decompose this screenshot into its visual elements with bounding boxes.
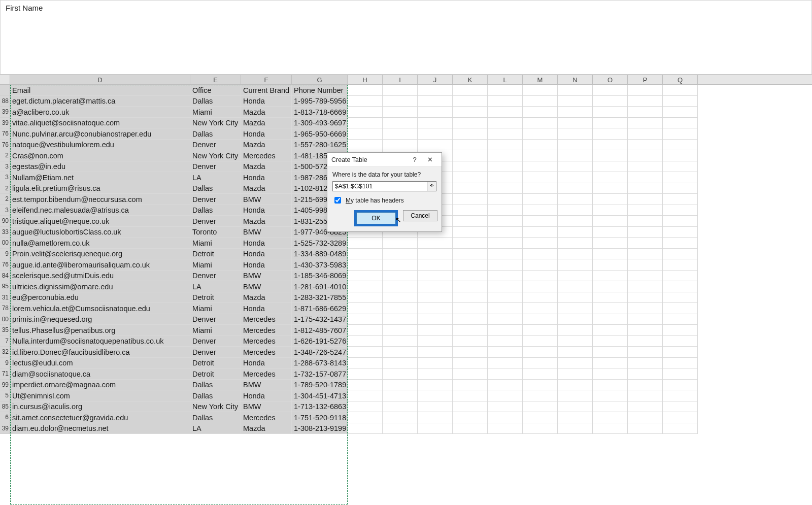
ok-button[interactable]: OK [356, 212, 396, 224]
data-cell[interactable]: Dallas [190, 205, 241, 216]
col-header-D[interactable]: D [10, 75, 190, 84]
row-number[interactable]: 85 [0, 401, 10, 413]
row-number[interactable]: 76 [0, 259, 10, 271]
row-number[interactable]: 88 [0, 96, 10, 107]
row-number[interactable]: 2 [0, 150, 10, 161]
data-cell[interactable]: id.libero.Donec@faucibusidlibero.ca [10, 347, 190, 358]
dialog-titlebar[interactable]: Create Table ? ✕ [327, 153, 442, 167]
col-header-L[interactable]: L [488, 75, 523, 84]
col-header-I[interactable]: I [383, 75, 418, 84]
data-cell[interactable]: eget.dictum.placerat@mattis.ca [10, 96, 190, 107]
data-cell[interactable]: Mazda [241, 183, 292, 194]
row-number[interactable]: 2 [0, 194, 10, 205]
data-cell[interactable]: Honda [241, 96, 292, 107]
data-cell[interactable]: New York City [190, 150, 241, 161]
data-cell[interactable]: Honda [241, 303, 292, 314]
data-cell[interactable]: 1-304-451-4713 [292, 390, 348, 401]
data-cell[interactable]: Dallas [190, 183, 241, 194]
data-cell[interactable]: in.cursus@iaculis.org [10, 401, 190, 413]
formula-bar[interactable]: First Name [0, 0, 812, 75]
row-number[interactable]: 31 [0, 292, 10, 304]
grid-body[interactable]: Email Office Current Brand Phone Number … [0, 85, 812, 504]
row-number[interactable]: 5 [0, 390, 10, 401]
headers-checkbox-row[interactable]: My table has headers [332, 194, 436, 206]
collapse-dialog-icon[interactable] [427, 181, 436, 191]
row-number[interactable]: 76 [0, 128, 10, 140]
col-header-H[interactable]: H [348, 75, 383, 84]
data-cell[interactable]: Detroit [190, 358, 241, 369]
data-cell[interactable]: Mercedes [241, 150, 292, 161]
data-cell[interactable]: Honda [241, 249, 292, 260]
data-cell[interactable]: tristique.aliquet@neque.co.uk [10, 216, 190, 227]
data-cell[interactable]: 1-309-493-9697 [292, 118, 348, 129]
data-cell[interactable]: Mazda [241, 423, 292, 434]
row-number[interactable]: 84 [0, 271, 10, 282]
data-cell[interactable]: Denver [190, 271, 241, 282]
data-cell[interactable]: Mercedes [241, 347, 292, 358]
col-header-Q[interactable]: Q [663, 75, 698, 84]
data-cell[interactable]: scelerisque.sed@utmiDuis.edu [10, 271, 190, 282]
data-cell[interactable]: Miami [190, 238, 241, 249]
data-cell[interactable]: BMW [241, 194, 292, 205]
data-cell[interactable]: BMW [241, 281, 292, 292]
row-number[interactable]: 71 [0, 368, 10, 380]
data-cell[interactable]: Mercedes [241, 368, 292, 380]
row-number[interactable]: 39 [0, 423, 10, 434]
data-cell[interactable]: Proin.velit@scelerisqueneque.org [10, 249, 190, 260]
data-cell[interactable]: Mazda [241, 140, 292, 151]
data-cell[interactable]: BMW [241, 401, 292, 413]
data-cell[interactable]: Mercedes [241, 325, 292, 336]
row-number[interactable]: 3 [0, 205, 10, 216]
row-number[interactable]: 9 [0, 358, 10, 369]
col-header-F[interactable]: F [241, 75, 292, 84]
data-cell[interactable]: 1-732-157-0877 [292, 368, 348, 380]
data-cell[interactable]: Toronto [190, 227, 241, 238]
data-cell[interactable]: Dallas [190, 390, 241, 401]
data-cell[interactable]: 1-789-520-1789 [292, 380, 348, 391]
headers-checkbox[interactable] [334, 197, 341, 204]
data-cell[interactable]: 1-334-889-0489 [292, 249, 348, 260]
data-cell[interactable]: Miami [190, 259, 241, 271]
row-number[interactable]: 39 [0, 118, 10, 129]
data-cell[interactable]: Cras@non.com [10, 150, 190, 161]
data-cell[interactable]: Denver [190, 194, 241, 205]
data-cell[interactable]: 1-288-673-8143 [292, 358, 348, 369]
data-cell[interactable]: LA [190, 172, 241, 183]
data-cell[interactable]: sit.amet.consectetuer@gravida.edu [10, 412, 190, 423]
row-number[interactable]: 33 [0, 227, 10, 238]
data-cell[interactable]: nulla@ametlorem.co.uk [10, 238, 190, 249]
data-cell[interactable]: a@aclibero.co.uk [10, 107, 190, 118]
data-cell[interactable]: Mercedes [241, 314, 292, 325]
data-cell[interactable]: Dallas [190, 412, 241, 423]
data-cell[interactable]: primis.in@nequesed.org [10, 314, 190, 325]
data-cell[interactable]: 1-965-950-6669 [292, 128, 348, 140]
data-cell[interactable]: Honda [241, 205, 292, 216]
data-cell[interactable]: Honda [241, 358, 292, 369]
data-cell[interactable]: Mazda [241, 161, 292, 173]
data-cell[interactable]: 1-175-432-1437 [292, 314, 348, 325]
data-cell[interactable]: New York City [190, 118, 241, 129]
data-cell[interactable]: Denver [190, 336, 241, 347]
data-cell[interactable]: ultricies.dignissim@ornare.edu [10, 281, 190, 292]
data-cell[interactable]: Detroit [190, 249, 241, 260]
data-cell[interactable]: Honda [241, 128, 292, 140]
data-cell[interactable]: Mercedes [241, 336, 292, 347]
data-cell[interactable]: augue.id.ante@liberomaurisaliquam.co.uk [10, 259, 190, 271]
data-cell[interactable]: BMW [241, 271, 292, 282]
data-cell[interactable]: 1-348-726-5247 [292, 347, 348, 358]
row-number[interactable]: 32 [0, 347, 10, 358]
data-cell[interactable]: 1-430-373-5983 [292, 259, 348, 271]
data-cell[interactable]: 1-812-485-7607 [292, 325, 348, 336]
col-header-K[interactable]: K [453, 75, 488, 84]
data-cell[interactable]: 1-525-732-3289 [292, 238, 348, 249]
col-header-O[interactable]: O [593, 75, 628, 84]
data-cell[interactable]: ligula.elit.pretium@risus.ca [10, 183, 190, 194]
data-cell[interactable]: 1-281-691-4010 [292, 281, 348, 292]
data-cell[interactable]: Nullam@Etiam.net [10, 172, 190, 183]
data-cell[interactable]: New York City [190, 401, 241, 413]
data-cell[interactable]: 1-871-686-6629 [292, 303, 348, 314]
data-cell[interactable]: eu@perconubia.edu [10, 292, 190, 304]
data-cell[interactable]: Mazda [241, 216, 292, 227]
data-cell[interactable]: Dallas [190, 380, 241, 391]
data-cell[interactable]: 1-751-520-9118 [292, 412, 348, 423]
